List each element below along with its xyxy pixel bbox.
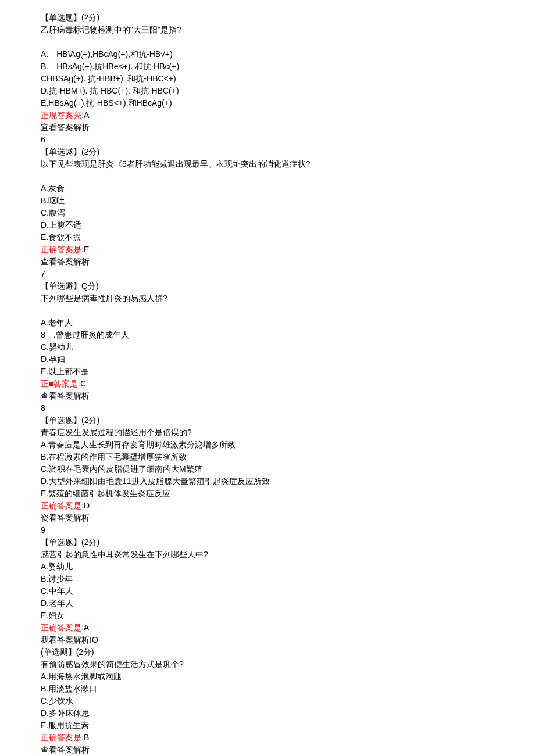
option-d: D.上腹不适 [41, 219, 494, 231]
option-a: A.用海热水泡脚或泡腿 [41, 671, 494, 683]
option-a: A.老年人 [41, 317, 494, 329]
option-c: C.腹泻 [41, 207, 494, 219]
blank-line [41, 304, 494, 317]
option-e: E.食欲不振 [41, 231, 494, 243]
answer-value: A [84, 623, 89, 632]
answer-line: 正现答案亮:A [41, 109, 494, 121]
option-a: A.灰食 [41, 182, 494, 195]
option-b: B. HBsAg(+).抗HBe<+). 和抗·HBc(+) [41, 60, 494, 73]
question-number: 6 [41, 134, 494, 146]
option-e: E.妇女 [41, 610, 494, 622]
option-b: B.在程激素的作用下毛囊壁增厚狭窄所致 [41, 451, 494, 463]
question-stem: 感营引起的急性中耳炎常发生在下列哪些人中? [41, 549, 494, 561]
question-header: 【单选遨】(2分) [41, 146, 494, 158]
option-b: 8 .曾患过肝炎的成年人 [41, 329, 494, 341]
question-header: 【单选避】Q分) [41, 280, 494, 292]
answer-label: 正确答案是: [41, 733, 84, 742]
answer-line: 正确答案是:D [41, 500, 494, 512]
option-d: D.老年人 [41, 597, 494, 610]
question-7-block: 【单选避】Q分) 下列哪些是病毒性肝炎的易感人群? A.老年人 8 .曾患过肝炎… [41, 280, 494, 414]
question-5-block: 【单选题】(2分) 乙肝病毒标记物检测中的"大三阳"是指? A. HB\Ag(+… [41, 12, 494, 146]
explain-link[interactable]: 宜看答案解折 [41, 121, 494, 134]
answer-value: D [84, 501, 90, 510]
answer-label: 正确答案是: [41, 501, 84, 510]
question-8-block: 【单选题】(2分) 青春痘发生发展过程的描述用个是倍误的? A.青春痘是人生长到… [41, 414, 494, 536]
option-d: D.大型外来细阳由毛囊11进入皮脂腺大量繁殖引起炎症反应所致 [41, 475, 494, 488]
explain-link[interactable]: 查看答案解析 [41, 744, 494, 756]
option-e: E.HBsAg(+).抗-HBS<+),和HBcAg(+) [41, 97, 494, 109]
question-header: 【单选题】(2分) [41, 536, 494, 549]
option-b: B.讨少年 [41, 573, 494, 585]
option-a: A.婴幼儿 [41, 561, 494, 573]
explain-link[interactable]: 资看答案解析 [41, 512, 494, 524]
question-number: 9 [41, 524, 494, 536]
answer-label-left: 正 [41, 379, 49, 388]
answer-label: 正现答案亮: [41, 110, 84, 120]
option-e: E.服用抗生素 [41, 719, 494, 732]
option-c: C.婴幼儿 [41, 341, 494, 353]
answer-value: B [84, 733, 89, 742]
answer-label: 正确答案是: [41, 623, 84, 632]
question-stem: 以下见些表现是肝炎《5者肝功能减退出现最早、衣现址突出的消化道症状? [41, 158, 494, 170]
option-d: D.抗-HBM+). 抗-HBC(+). 和抗-HBC(+) [41, 85, 494, 97]
answer-value: C [80, 379, 86, 388]
explain-link[interactable]: 我看答案解析IO [41, 634, 494, 646]
question-header: 【单选题】(2分) [41, 12, 494, 24]
answer-value: E [84, 245, 89, 254]
answer-line: 正确答案是:E [41, 243, 494, 256]
option-b: B.用淡盐水漱口 [41, 683, 494, 695]
option-d: D.多卧床体思 [41, 707, 494, 719]
option-c: C.中年人 [41, 585, 494, 597]
blank-line [41, 170, 494, 182]
explain-link[interactable]: 查看答案解析 [41, 256, 494, 268]
blank-line [41, 36, 494, 48]
question-10-block: (单选飓】(2分) 有预防感冒效果的简便生活方式是巩个? A.用海热水泡脚或泡腿… [41, 646, 494, 756]
option-a: A. HB\Ag(+),HBcAg(+),和抗-HB√+) [41, 48, 494, 60]
question-9-block: 【单选题】(2分) 感营引起的急性中耳炎常发生在下列哪些人中? A.婴幼儿 B.… [41, 536, 494, 646]
option-c: C.淤积在毛囊内的皮脂促进了细南的大M繁殖 [41, 463, 494, 475]
answer-label: 正确答案是: [41, 245, 84, 254]
answer-label-right: 答案是: [54, 379, 80, 388]
question-stem: 乙肝病毒标记物检测中的"大三阳"是指? [41, 24, 494, 36]
answer-line: 正确答案是:A [41, 622, 494, 634]
question-header: 【单选题】(2分) [41, 414, 494, 427]
option-d: D.孕妇 [41, 353, 494, 366]
option-e: E.以上都不是 [41, 366, 494, 378]
answer-line: 正■答案是:C [41, 378, 494, 390]
question-number: 8 [41, 402, 494, 414]
answer-line: 正确答案是:B [41, 732, 494, 744]
answer-value: A [84, 110, 89, 120]
question-stem: 下列哪些是病毒性肝炎的易感人群? [41, 292, 494, 304]
question-stem: 青春痘发生发展过程的描述用个是倍误的? [41, 427, 494, 439]
option-c: C.少饮水 [41, 695, 494, 707]
question-number: 7 [41, 268, 494, 280]
question-header: (单选飓】(2分) [41, 646, 494, 658]
explain-link[interactable]: 查看答案解析 [41, 390, 494, 402]
option-a: A.青春痘是人生长到再存发育期时雄激素分泌增多所致 [41, 439, 494, 451]
option-e: E.繁殖的细菌引起机体发生炎症反应 [41, 488, 494, 500]
option-c: CHBSAg(+). 抗-HBB+). 和抗-HBC<+) [41, 73, 494, 85]
question-stem: 有预防感冒效果的简便生活方式是巩个? [41, 658, 494, 671]
option-b: B.呕吐 [41, 195, 494, 207]
question-6-block: 【单选遨】(2分) 以下见些表现是肝炎《5者肝功能减退出现最早、衣现址突出的消化… [41, 146, 494, 280]
